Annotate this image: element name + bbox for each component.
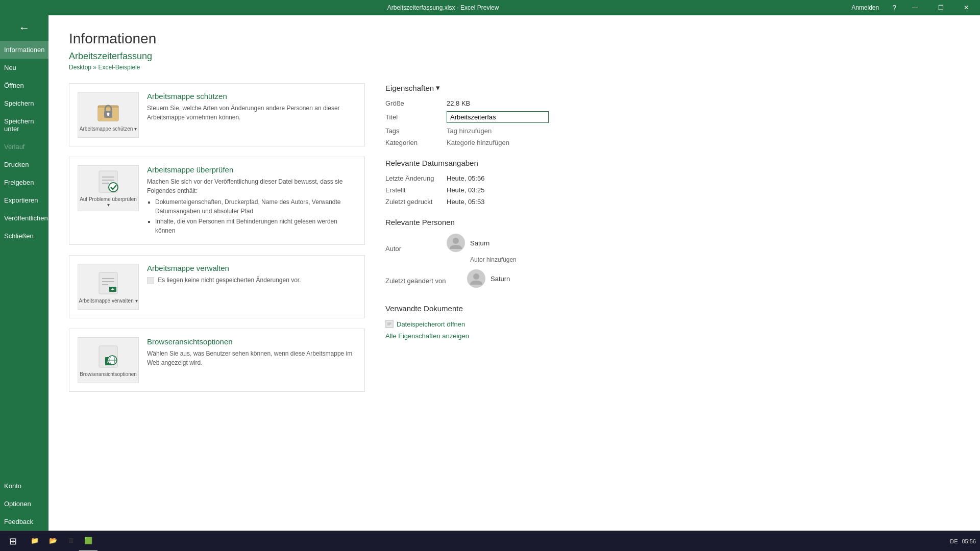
card-verwalten-content: Arbeitsmappe verwalten Es liegen keine n… (147, 264, 301, 310)
right-panel: Eigenschaften ▾ Größe 22,8 KB Titel Tags… (385, 83, 960, 402)
person-name-geaendert: Saturn (491, 275, 510, 283)
svg-point-24 (453, 238, 459, 244)
person-row-autor: Saturn (447, 234, 517, 252)
dates-label-gedruckt: Zuletzt gedruckt (385, 198, 447, 206)
sidebar-item-schliessen[interactable]: Schließen (0, 227, 48, 245)
props-label-tags: Tags (385, 127, 447, 135)
card-schuetzen-desc: Steuern Sie, welche Arten von Änderungen… (147, 104, 356, 122)
props-value-groesse: 22,8 KB (447, 99, 960, 107)
related-docs-title: Verwandte Dokumente (385, 304, 960, 313)
back-icon: ← (19, 21, 30, 35)
sidebar-item-freigeben[interactable]: Freigeben (0, 173, 48, 191)
anmelden-button[interactable]: Anmelden (845, 4, 885, 11)
sidebar-item-drucken[interactable]: Drucken (0, 156, 48, 173)
persons-section: Relevante Personen Autor (385, 218, 960, 292)
card-ueberpruefen-bullets: Dokumenteigenschaften, Druckerpfad, Name… (147, 197, 356, 235)
taskbar-time: 05:56 (962, 538, 976, 544)
taskbar-item-folder[interactable]: 📂 (44, 531, 62, 552)
doc-link-dateispeicherort[interactable]: Dateispeicherort öffnen (397, 320, 465, 328)
minimize-button[interactable]: — (903, 0, 927, 15)
card-browser-content: Browseransichtsoptionen Wählen Sie aus, … (147, 337, 356, 383)
svg-rect-17 (147, 277, 154, 284)
breadcrumb-folder[interactable]: Excel-Beispiele (98, 64, 140, 71)
taskbar-icon-excel: 🟩 (84, 537, 92, 544)
taskbar-item-excel[interactable]: 🟩 (79, 531, 97, 552)
dates-value-letzte: Heute, 05:56 (447, 174, 960, 182)
taskbar-start[interactable]: ⊞ (0, 531, 26, 552)
sidebar-item-konto[interactable]: Konto (0, 477, 48, 495)
help-button[interactable]: ? (887, 4, 901, 12)
sidebar-item-exportieren[interactable]: Exportieren (0, 191, 48, 209)
properties-arrow[interactable]: ▾ (436, 83, 440, 92)
sidebar-item-oeffnen[interactable]: Öffnen (0, 77, 48, 94)
person-add-autor[interactable]: Autor hinzufügen (470, 256, 517, 263)
breadcrumb-sep: » (91, 64, 98, 71)
props-row-tags: Tags Tag hinzufügen (385, 127, 960, 135)
sidebar-item-speichern[interactable]: Speichern (0, 94, 48, 112)
card-schuetzen-title: Arbeitsmappe schützen (147, 92, 356, 101)
svg-rect-4 (108, 114, 109, 116)
sidebar-item-speichern-unter[interactable]: Speichern unter (0, 112, 48, 138)
dates-label-erstellt: Erstellt (385, 186, 447, 194)
bullet-1: Dokumenteigenschaften, Druckerpfad, Name… (155, 197, 356, 216)
card-schuetzen[interactable]: Arbeitsmappe schützen ▾ Arbeitsmappe sch… (69, 83, 365, 146)
sidebar-item-neu[interactable]: Neu (0, 59, 48, 77)
left-panel: Arbeitsmappe schützen ▾ Arbeitsmappe sch… (69, 83, 365, 402)
doc-file-icon (386, 320, 393, 328)
dates-row-erstellt: Erstellt Heute, 03:25 (385, 186, 960, 194)
sidebar-item-feedback[interactable]: Feedback (0, 513, 48, 531)
card-schuetzen-sublabel: Arbeitsmappe schützen ▾ (80, 126, 137, 132)
card-browser-title: Browseransichtsoptionen (147, 337, 356, 346)
dates-value-erstellt: Heute, 03:25 (447, 186, 960, 194)
show-all-link[interactable]: Alle Eigenschaften anzeigen (385, 332, 469, 340)
avatar-icon-autor (449, 236, 463, 250)
file-title: Arbeitszeiterfassung (69, 51, 960, 62)
related-docs-section: Verwandte Dokumente Dateispeicherort öff… (385, 304, 960, 340)
dates-row-letzte: Letzte Änderung Heute, 05:56 (385, 174, 960, 182)
props-label-groesse: Größe (385, 99, 447, 107)
taskbar-item-desktop[interactable]: 🖥 (62, 531, 79, 552)
sidebar-item-informationen[interactable]: Informationen (0, 41, 48, 59)
card-icon-browser: xl Browseransichtsoptionen (78, 337, 139, 383)
persons-label-geaendert: Zuletzt geändert von (385, 277, 467, 285)
related-doc-item: Dateispeicherort öffnen (385, 320, 960, 328)
lock-icon (97, 98, 119, 124)
page-title: Informationen (69, 31, 960, 47)
card-ueberpruefen-content: Arbeitsmappe überprüfen Machen Sie sich … (147, 165, 356, 236)
persons-section-title: Relevante Personen (385, 218, 960, 227)
sidebar: ← Informationen Neu Öffnen Speichern Spe… (0, 15, 48, 531)
properties-section-title: Eigenschaften ▾ (385, 83, 960, 92)
check-icon (97, 169, 119, 194)
main-content: Informationen Arbeitszeiterfassung Deskt… (48, 15, 980, 531)
person-name-autor: Saturn (470, 239, 489, 247)
avatar-geaendert (467, 269, 485, 288)
props-row-titel: Titel (385, 111, 960, 123)
sidebar-item-veroeffentlichen[interactable]: Veröffentlichen (0, 209, 48, 227)
taskbar-icon-explorer: 📁 (31, 537, 39, 544)
props-label-kategorien: Kategorien (385, 139, 447, 146)
avatar-icon-geaendert (469, 271, 483, 286)
card-browser-sublabel: Browseransichtsoptionen (80, 371, 137, 377)
props-input-titel[interactable] (447, 111, 549, 123)
content-layout: Arbeitsmappe schützen ▾ Arbeitsmappe sch… (69, 83, 960, 402)
back-button[interactable]: ← (0, 15, 48, 41)
taskbar-item-explorer[interactable]: 📁 (26, 531, 44, 552)
breadcrumb-desktop[interactable]: Desktop (69, 64, 91, 71)
close-button[interactable]: ✕ (954, 0, 978, 15)
card-ueberpruefen[interactable]: Auf Probleme überprüfen ▾ Arbeitsmappe ü… (69, 157, 365, 245)
bullet-2: Inhalte, die von Personen mit Behinderun… (155, 217, 356, 235)
browser-icon: xl (97, 344, 119, 369)
card-browser[interactable]: xl Browseransichtsoptionen Browseransich… (69, 329, 365, 392)
properties-table: Größe 22,8 KB Titel Tags Tag hinzufügen … (385, 99, 960, 146)
doc-icon (385, 320, 394, 328)
taskbar-icon-desktop: 🖥 (67, 537, 74, 544)
sidebar-item-optionen[interactable]: Optionen (0, 495, 48, 513)
props-link-kategorien[interactable]: Kategorie hinzufügen (447, 139, 509, 146)
props-link-tags[interactable]: Tag hinzufügen (447, 127, 492, 135)
card-verwalten[interactable]: Arbeitsmappe verwalten ▾ Arbeitsmappe ve… (69, 255, 365, 318)
card-ueberpruefen-desc: Machen Sie sich vor der Veröffentlichung… (147, 177, 356, 235)
svg-point-25 (473, 273, 479, 280)
persons-row-autor: Autor Saturn Autor hinzufügen (385, 234, 960, 263)
restore-button[interactable]: ❐ (929, 0, 952, 15)
taskbar: ⊞ 📁 📂 🖥 🟩 DE 05:56 (0, 531, 980, 551)
